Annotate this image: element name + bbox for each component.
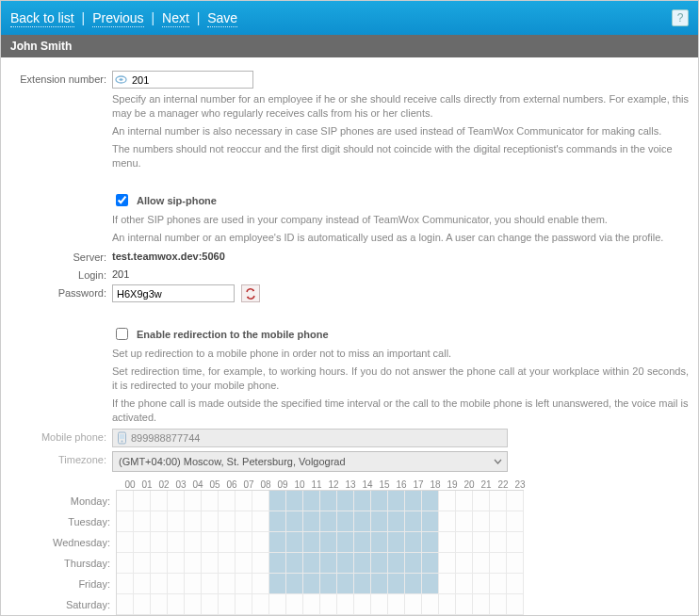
schedule-cell[interactable] <box>422 574 439 594</box>
schedule-cell[interactable] <box>388 594 405 615</box>
schedule-cell[interactable] <box>303 594 320 615</box>
schedule-cell[interactable] <box>490 511 507 532</box>
next-link[interactable]: Next <box>162 10 189 27</box>
schedule-cell[interactable] <box>168 553 185 574</box>
schedule-cell[interactable] <box>219 553 236 574</box>
schedule-cell[interactable] <box>219 532 236 553</box>
schedule-cell[interactable] <box>422 553 439 574</box>
schedule-cell[interactable] <box>303 532 320 553</box>
schedule-cell[interactable] <box>388 511 405 532</box>
schedule-cell[interactable] <box>371 511 388 532</box>
schedule-cell[interactable] <box>134 491 151 511</box>
schedule-cell[interactable] <box>354 553 371 574</box>
save-link[interactable]: Save <box>207 10 237 27</box>
schedule-cell[interactable] <box>117 511 134 532</box>
schedule-cell[interactable] <box>473 491 490 511</box>
schedule-cell[interactable] <box>388 532 405 553</box>
schedule-cell[interactable] <box>371 574 388 594</box>
schedule-cell[interactable] <box>117 574 134 594</box>
schedule-cell[interactable] <box>202 532 219 553</box>
schedule-cell[interactable] <box>134 511 151 532</box>
schedule-cell[interactable] <box>286 511 303 532</box>
schedule-cell[interactable] <box>303 553 320 574</box>
schedule-cell[interactable] <box>134 594 151 615</box>
schedule-cell[interactable] <box>422 594 439 615</box>
schedule-cell[interactable] <box>490 594 507 615</box>
schedule-cell[interactable] <box>219 511 236 532</box>
schedule-cell[interactable] <box>507 491 524 511</box>
back-to-list-link[interactable]: Back to list <box>10 10 74 27</box>
schedule-cell[interactable] <box>269 594 286 615</box>
schedule-cell[interactable] <box>388 491 405 511</box>
extension-input[interactable] <box>112 71 253 89</box>
schedule-cell[interactable] <box>490 532 507 553</box>
schedule-cell[interactable] <box>354 594 371 615</box>
schedule-cell[interactable] <box>168 594 185 615</box>
schedule-cell[interactable] <box>473 574 490 594</box>
schedule-cell[interactable] <box>117 532 134 553</box>
schedule-cell[interactable] <box>219 574 236 594</box>
enable-redirect-checkbox[interactable] <box>116 328 128 340</box>
schedule-cell[interactable] <box>168 574 185 594</box>
schedule-cell[interactable] <box>168 491 185 511</box>
schedule-cell[interactable] <box>303 491 320 511</box>
schedule-cell[interactable] <box>320 574 337 594</box>
schedule-cell[interactable] <box>269 511 286 532</box>
schedule-cell[interactable] <box>337 594 354 615</box>
schedule-cell[interactable] <box>168 532 185 553</box>
schedule-cell[interactable] <box>371 491 388 511</box>
schedule-cell[interactable] <box>269 553 286 574</box>
schedule-cell[interactable] <box>371 553 388 574</box>
schedule-cell[interactable] <box>320 553 337 574</box>
schedule-cell[interactable] <box>320 532 337 553</box>
schedule-cell[interactable] <box>507 594 524 615</box>
password-input[interactable] <box>112 284 235 302</box>
schedule-cell[interactable] <box>320 594 337 615</box>
schedule-cell[interactable] <box>219 491 236 511</box>
enable-redirect-label[interactable]: Enable redirection to the mobile phone <box>137 329 329 340</box>
schedule-cell[interactable] <box>439 553 456 574</box>
schedule-cell[interactable] <box>405 594 422 615</box>
allow-sip-label[interactable]: Allow sip-phone <box>137 195 217 206</box>
schedule-cell[interactable] <box>473 553 490 574</box>
schedule-cell[interactable] <box>269 574 286 594</box>
schedule-cell[interactable] <box>456 511 473 532</box>
schedule-cell[interactable] <box>405 532 422 553</box>
schedule-cell[interactable] <box>151 532 168 553</box>
schedule-cell[interactable] <box>337 532 354 553</box>
schedule-cell[interactable] <box>236 511 252 532</box>
schedule-cell[interactable] <box>388 574 405 594</box>
schedule-cell[interactable] <box>354 532 371 553</box>
schedule-cell[interactable] <box>320 511 337 532</box>
regenerate-password-button[interactable] <box>241 284 260 302</box>
schedule-cell[interactable] <box>303 574 320 594</box>
schedule-cell[interactable] <box>456 553 473 574</box>
schedule-cell[interactable] <box>422 491 439 511</box>
schedule-cell[interactable] <box>202 574 219 594</box>
schedule-cell[interactable] <box>371 594 388 615</box>
schedule-cell[interactable] <box>134 532 151 553</box>
schedule-cell[interactable] <box>473 532 490 553</box>
schedule-cell[interactable] <box>252 511 269 532</box>
schedule-cell[interactable] <box>303 511 320 532</box>
schedule-cell[interactable] <box>286 574 303 594</box>
schedule-cell[interactable] <box>507 553 524 574</box>
schedule-cell[interactable] <box>236 532 252 553</box>
timezone-select[interactable]: (GMT+04:00) Moscow, St. Petersburg, Volg… <box>112 451 508 472</box>
schedule-cell[interactable] <box>456 532 473 553</box>
schedule-cell[interactable] <box>507 574 524 594</box>
schedule-cell[interactable] <box>286 532 303 553</box>
help-button[interactable]: ? <box>672 9 689 26</box>
schedule-cell[interactable] <box>252 491 269 511</box>
schedule-cell[interactable] <box>354 491 371 511</box>
schedule-cell[interactable] <box>422 511 439 532</box>
schedule-cell[interactable] <box>439 511 456 532</box>
schedule-cell[interactable] <box>439 594 456 615</box>
schedule-cell[interactable] <box>269 532 286 553</box>
schedule-cell[interactable] <box>185 553 202 574</box>
schedule-cell[interactable] <box>117 594 134 615</box>
schedule-cell[interactable] <box>507 532 524 553</box>
schedule-cell[interactable] <box>236 574 252 594</box>
schedule-cell[interactable] <box>236 594 252 615</box>
schedule-cell[interactable] <box>405 491 422 511</box>
